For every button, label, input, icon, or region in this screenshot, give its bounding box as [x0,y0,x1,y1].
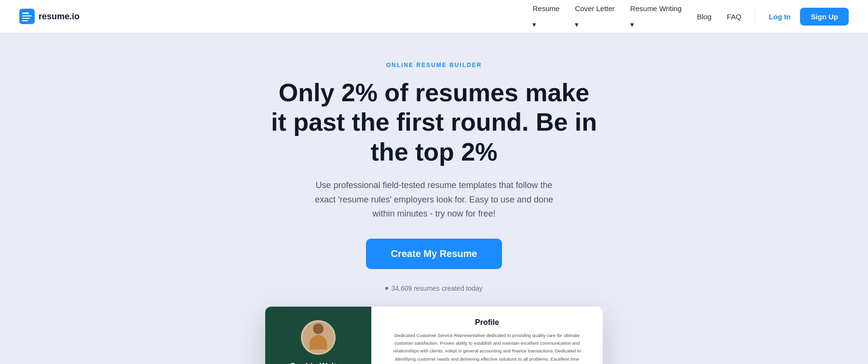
nav-menu: Resume ▾ Cover Letter ▾ Resume Writing ▾… [527,0,849,33]
avatar [301,320,336,355]
nav-item-resume-writing[interactable]: Resume Writing ▾ [624,0,687,33]
logo-text: resume.io [39,12,80,22]
resume-name: Sophie Walton [290,362,346,364]
nav-divider [755,10,755,23]
resume-section-title: Profile [385,318,589,327]
hero-section: ONLINE RESUME BUILDER Only 2% of resumes… [0,33,868,364]
signup-button[interactable]: Sign Up [800,8,849,26]
resume-right-panel: Profile Dedicated Customer Service Repre… [371,307,603,364]
logo-link[interactable]: resume.io [19,9,80,24]
hero-subtitle: Use professional field-tested resume tem… [306,178,562,221]
logo-icon [19,9,35,24]
svg-rect-1 [22,13,29,14]
avatar-head [313,324,324,334]
login-button[interactable]: Log In [763,9,796,25]
nav-item-cover-letter[interactable]: Cover Letter ▾ [569,0,621,33]
resume-body-text: Dedicated Customer Service Representativ… [385,332,589,364]
svg-rect-4 [22,20,28,21]
chevron-down-icon: ▾ [624,16,687,33]
avatar-body [310,335,327,350]
resume-preview: Sophie Walton CUSTOMER SERVICE REPRESENT… [10,307,858,364]
resume-count: 34,609 resumes created today [10,284,858,292]
hero-eyebrow: ONLINE RESUME BUILDER [10,62,858,68]
resume-left-panel: Sophie Walton CUSTOMER SERVICE REPRESENT… [265,307,371,364]
create-resume-button[interactable]: Create My Resume [366,239,502,269]
chevron-down-icon: ▾ [569,16,621,33]
nav-item-blog[interactable]: Blog [691,9,717,25]
nav-item-resume[interactable]: Resume ▾ [527,0,565,33]
main-nav: resume.io Resume ▾ Cover Letter ▾ Resume… [0,0,868,33]
chevron-down-icon: ▾ [527,16,565,33]
count-dot [385,287,388,290]
nav-item-faq[interactable]: FAQ [721,9,747,25]
hero-title: Only 2% of resumes make it past the firs… [270,78,598,167]
svg-rect-3 [22,18,30,19]
resume-card: Sophie Walton CUSTOMER SERVICE REPRESENT… [265,307,603,364]
avatar-figure [307,324,330,353]
svg-rect-2 [22,15,32,16]
